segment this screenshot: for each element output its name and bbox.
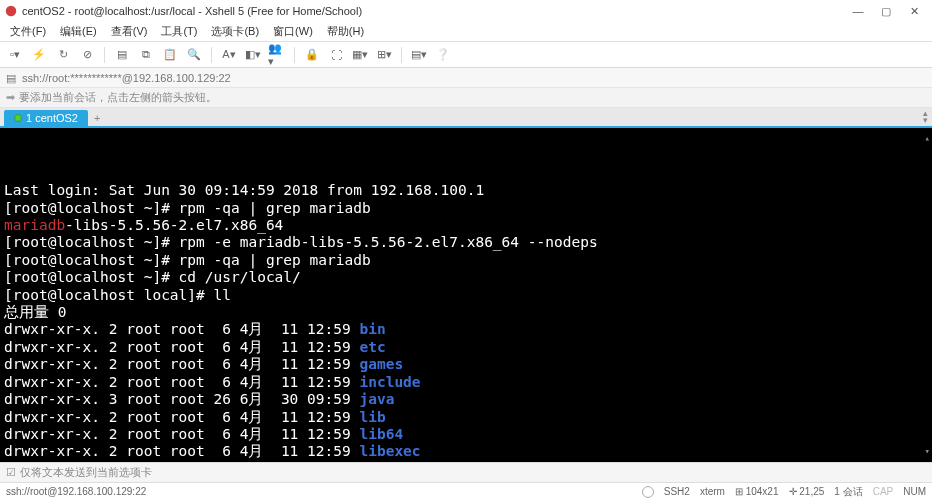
arrow-add-icon[interactable]: ➡ [6,91,15,104]
maximize-button[interactable]: ▢ [872,1,900,21]
tab-label: 1 centOS2 [26,112,78,124]
font-icon[interactable]: A▾ [220,46,238,64]
status-cursor: ✛ 21,25 [789,486,825,497]
status-termtype: xterm [700,486,725,497]
menu-options[interactable]: 选项卡(B) [205,22,265,41]
menubar: 文件(F) 编辑(E) 查看(V) 工具(T) 选项卡(B) 窗口(W) 帮助(… [0,22,932,42]
minimize-button[interactable]: — [844,1,872,21]
menu-file[interactable]: 文件(F) [4,22,52,41]
status-dot-icon [14,114,22,122]
input-mode-bar: ☑ 仅将文本发送到当前选项卡 [0,462,932,482]
menu-tools[interactable]: 工具(T) [155,22,203,41]
toolbar-sep [211,47,212,63]
address-text[interactable]: ssh://root:************@192.168.100.129:… [22,72,231,84]
scrollbar-up-icon[interactable]: ▴ [925,130,930,147]
scrollbar-down-icon[interactable]: ▾ [925,443,930,460]
toolbar-sep [401,47,402,63]
palette-icon[interactable]: ◧▾ [244,46,262,64]
window-title: centOS2 - root@localhost:/usr/local - Xs… [22,5,844,17]
reconnect-icon[interactable]: ↻ [54,46,72,64]
menu-edit[interactable]: 编辑(E) [54,22,103,41]
speech-bubble-icon[interactable] [642,486,654,498]
hint-bar: ➡ 要添加当前会话，点击左侧的箭头按钮。 [0,88,932,108]
add-tab-button[interactable]: + [88,110,106,126]
status-num: NUM [903,486,926,497]
fullscreen-icon[interactable]: ⛶ [327,46,345,64]
toolbar: ▫▾ ⚡ ↻ ⊘ ▤ ⧉ 📋 🔍 A▾ ◧▾ 👥▾ 🔒 ⛶ ▦▾ ⊞▾ ▤▾ ❔ [0,42,932,68]
lock-icon[interactable]: 🔒 [303,46,321,64]
paste-icon[interactable]: 📋 [161,46,179,64]
terminal[interactable]: ▴ ▾ Last login: Sat Jun 30 09:14:59 2018… [0,128,932,462]
checkbox-icon[interactable]: ☑ [6,466,16,479]
toolbar-sep [294,47,295,63]
status-protocol: SSH2 [664,486,690,497]
tab-bar: 1 centOS2 + ▴▾ [0,108,932,128]
layout-icon[interactable]: ▦▾ [351,46,369,64]
status-bar: ssh://root@192.168.100.129:22 SSH2 xterm… [0,482,932,500]
script-icon[interactable]: ▤▾ [410,46,428,64]
app-icon [4,4,18,18]
status-cap: CAP [873,486,894,497]
close-button[interactable]: ✕ [900,1,928,21]
tab-session[interactable]: 1 centOS2 [4,110,88,126]
search-icon[interactable]: 🔍 [185,46,203,64]
tile-icon[interactable]: ⊞▾ [375,46,393,64]
host-icon: ▤ [6,72,18,84]
svg-point-0 [6,6,17,17]
copy-icon[interactable]: ⧉ [137,46,155,64]
hint-text: 要添加当前会话，点击左侧的箭头按钮。 [19,90,217,105]
status-connection: ssh://root@192.168.100.129:22 [6,486,146,497]
menu-help[interactable]: 帮助(H) [321,22,370,41]
menu-view[interactable]: 查看(V) [105,22,154,41]
toolbar-sep [104,47,105,63]
properties-icon[interactable]: ▤ [113,46,131,64]
input-mode-text: 仅将文本发送到当前选项卡 [20,465,152,480]
address-bar: ▤ ssh://root:************@192.168.100.12… [0,68,932,88]
bolt-icon[interactable]: ⚡ [30,46,48,64]
status-sessions: 1 会话 [834,485,862,499]
cursor-icon: ✛ [789,486,797,497]
users-icon[interactable]: 👥▾ [268,46,286,64]
disconnect-icon[interactable]: ⊘ [78,46,96,64]
grid-icon: ⊞ [735,486,743,497]
tab-scroll-arrows[interactable]: ▴▾ [923,110,928,124]
status-size: ⊞ 104x21 [735,486,779,497]
new-session-icon[interactable]: ▫▾ [6,46,24,64]
titlebar: centOS2 - root@localhost:/usr/local - Xs… [0,0,932,22]
menu-window[interactable]: 窗口(W) [267,22,319,41]
help-icon[interactable]: ❔ [434,46,452,64]
